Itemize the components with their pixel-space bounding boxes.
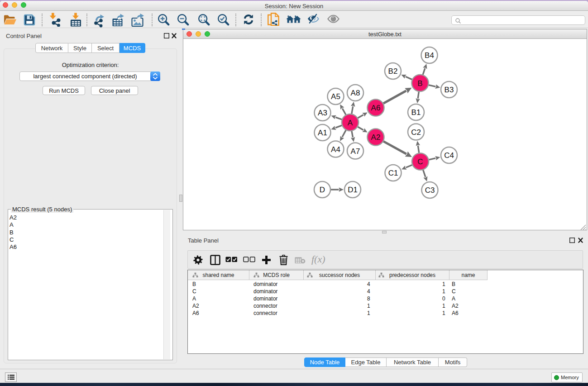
svg-text:D1: D1	[348, 186, 358, 194]
svg-text:C2: C2	[411, 128, 421, 137]
svg-text:B1: B1	[411, 108, 421, 117]
svg-text:B: B	[417, 79, 422, 88]
svg-text:C4: C4	[444, 151, 454, 160]
svg-text:A7: A7	[351, 147, 360, 156]
svg-text:C: C	[417, 157, 423, 166]
svg-text:A3: A3	[318, 109, 327, 117]
svg-text:A8: A8	[351, 89, 360, 97]
svg-text:A: A	[348, 119, 353, 127]
svg-text:C3: C3	[425, 186, 435, 195]
svg-text:D: D	[320, 186, 325, 194]
svg-text:A6: A6	[371, 104, 381, 112]
svg-text:A4: A4	[331, 145, 340, 154]
svg-text:A2: A2	[371, 133, 381, 142]
svg-text:A5: A5	[331, 92, 340, 101]
svg-text:C1: C1	[388, 169, 398, 177]
svg-text:B3: B3	[445, 86, 454, 94]
svg-text:B4: B4	[425, 51, 434, 60]
svg-text:A1: A1	[318, 129, 327, 137]
svg-text:B2: B2	[388, 67, 398, 76]
